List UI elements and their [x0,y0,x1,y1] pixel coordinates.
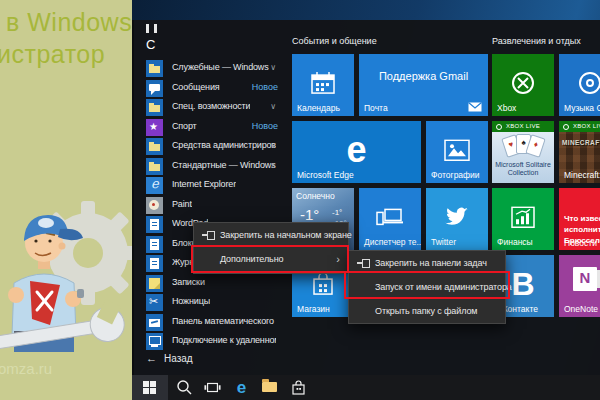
chevron-down-icon[interactable]: ∨ [270,102,276,111]
vk-logo: B [511,265,534,302]
chevron-down-icon[interactable]: ∨ [270,63,276,72]
sticky-notes-icon [146,275,163,292]
store-bag-icon [312,272,334,296]
app-item-internet-explorer[interactable]: Internet Explorer [146,177,280,195]
app-item-remote-desktop[interactable]: Подключение к удаленному р... [146,333,280,351]
app-item-accessories[interactable]: Стандартные — Windows ∧ [146,158,280,176]
watermark: omza.ru [0,360,52,377]
partial-app-icon [146,24,160,33]
groove-music-icon [577,70,600,96]
tile-onenote[interactable]: N OneNote [559,255,600,317]
journal-icon [146,255,163,272]
devices-icon [376,207,404,227]
taskbar: e [132,375,600,400]
folder-icon [146,99,163,116]
math-input-icon [146,314,163,331]
paint-icon [146,197,163,214]
edge-logo: e [346,129,366,171]
section-header-entertainment: Развлечения и отдых [492,36,581,46]
xbox-live-banner: XBOX LIVE [559,121,600,132]
xbox-live-banner: XBOX LIVE [492,121,554,132]
tile-solitaire[interactable]: XBOX LIVE Microsoft Solitaire Collection [492,121,554,183]
tile-calendar[interactable]: Календарь [292,54,354,116]
app-item-sticky-notes[interactable]: Записки [146,275,280,293]
app-item-messaging[interactable]: Сообщения Новое [146,80,280,98]
section-header-events: События и общение [292,36,377,46]
app-item-paint[interactable]: Paint [146,197,280,215]
tile-groove-music[interactable]: Музыка Gro [559,54,600,116]
store-taskbar-icon[interactable] [290,379,307,396]
tile-news[interactable]: Что известн исполнител Брюсселе Новости [559,188,600,250]
remote-desktop-icon [146,333,163,350]
tile-twitter[interactable]: Twitter [426,188,488,250]
start-button[interactable] [132,375,168,400]
back-button[interactable]: Назад [146,352,193,368]
search-icon[interactable] [176,379,193,396]
new-badge: Новое [252,121,278,131]
folder-icon [146,60,163,77]
pin-icon [202,231,216,240]
mail-notification: Поддержка Gmail [359,70,488,82]
tile-photos[interactable]: Фотографии [426,121,488,183]
tile-phone-companion[interactable]: Диспетчер те... [359,188,421,250]
annotation-highlight-run-as-admin [344,271,510,299]
app-item-system-windows[interactable]: Служебные — Windows ∨ [146,60,280,78]
xbox-icon [510,70,536,96]
chevron-up-icon[interactable]: ∧ [270,161,276,170]
wordpad-icon [146,216,163,233]
new-badge: Новое [252,82,278,92]
tile-edge[interactable]: e Microsoft Edge [292,121,421,183]
photos-icon [444,139,470,161]
folder-icon [262,382,277,392]
sport-icon [146,119,163,136]
group-letter[interactable]: C [146,37,155,52]
tile-xbox[interactable]: Xbox [492,54,554,116]
file-explorer-taskbar-icon[interactable] [261,379,278,396]
tile-finance[interactable]: Финансы [492,188,554,250]
twitter-icon [444,206,470,228]
windows-logo-icon [143,381,156,394]
mail-icon [468,102,482,112]
menu-item-open-file-location[interactable]: Открыть папку с файлом [349,299,505,323]
menu-item-pin-to-start[interactable]: Закрепить на начальном экране [194,223,348,247]
minecraft-logo: MINECRAFT [562,139,600,146]
annotation-highlight-more [191,245,349,273]
app-item-admin-tools[interactable]: Средства администрирован... ∨ [146,138,280,156]
task-view-icon[interactable] [204,379,221,396]
mascot-illustration [0,183,132,368]
finance-chart-icon [511,206,535,228]
app-item-snipping-tool[interactable]: Ножницы [146,294,280,312]
folder-icon [146,158,163,175]
messaging-icon [146,80,163,97]
onenote-icon: N [573,267,597,291]
internet-explorer-icon [146,177,163,194]
back-arrow-icon [146,353,164,364]
snipping-tool-icon [146,294,163,311]
app-item-sport[interactable]: Спорт Новое [146,119,280,137]
calendar-icon [310,71,336,95]
pin-icon [357,259,371,268]
tile-minecraft[interactable]: XBOX LIVE MINECRAFT Minecraft: W [559,121,600,183]
screenshot-root: в Windows 10 · истратор [0,0,600,400]
tile-mail[interactable]: Поддержка Gmail Почта [359,54,488,116]
chevron-down-icon[interactable]: ∨ [270,141,276,150]
folder-icon [146,138,163,155]
article-title-line2: истратор [0,40,105,69]
edge-taskbar-icon[interactable]: e [233,379,250,396]
app-item-accessibility[interactable]: Спец. возможности ∨ [146,99,280,117]
notepad-icon [146,236,163,253]
app-item-math-input[interactable]: Панель математического ввода [146,314,280,332]
